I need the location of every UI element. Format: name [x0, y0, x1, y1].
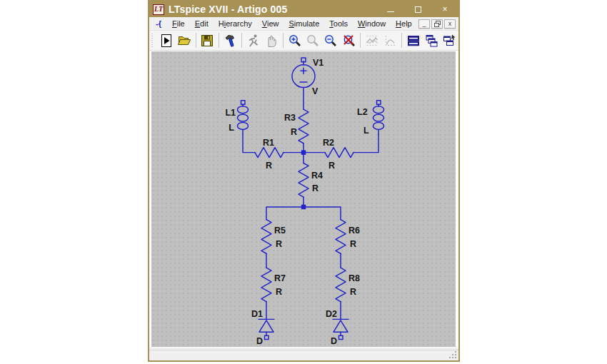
minimize-button[interactable]	[377, 1, 404, 17]
toolbar-separator	[401, 33, 402, 48]
menu-window[interactable]: Window	[353, 18, 391, 29]
toolbar	[149, 31, 458, 51]
label-R1-name[interactable]: R1	[263, 138, 274, 148]
label-D1-name[interactable]: D1	[251, 309, 263, 319]
open-button[interactable]	[175, 31, 193, 49]
label-R3-name[interactable]: R3	[284, 113, 296, 123]
toolbar-separator	[241, 33, 242, 48]
label-R5-value[interactable]: R	[276, 239, 282, 249]
label-R2-name[interactable]: R2	[323, 138, 334, 148]
label-R3-value[interactable]: R	[291, 127, 297, 137]
zoom-out-button[interactable]	[322, 31, 340, 49]
menu-file[interactable]: File	[167, 18, 190, 29]
zoom-back-button[interactable]	[304, 31, 321, 49]
menu-simulate[interactable]: Simulate	[284, 18, 324, 29]
component-R6[interactable]	[336, 220, 346, 254]
label-R8-name[interactable]: R8	[348, 273, 360, 283]
zoom-full-extents-icon	[342, 34, 356, 48]
plot-settings-icon	[383, 34, 397, 48]
zoom-back-icon	[306, 34, 320, 48]
tile-windows-button[interactable]	[404, 31, 422, 49]
zoom-in-button[interactable]	[286, 31, 304, 49]
save-button[interactable]	[199, 31, 216, 49]
save-icon	[200, 34, 214, 48]
component-R3[interactable]	[299, 109, 308, 143]
menu-hierarchy[interactable]: Hierarchy	[214, 18, 257, 29]
select-window-icon	[442, 34, 456, 48]
label-D2-name[interactable]: D2	[326, 309, 337, 319]
zoom-full-extents-button[interactable]	[340, 31, 358, 49]
component-R5[interactable]	[261, 220, 271, 254]
open-folder-icon	[177, 34, 191, 48]
autorange-icon	[365, 34, 379, 48]
autorange-button[interactable]	[363, 31, 381, 49]
label-D1-value[interactable]: D	[256, 336, 263, 346]
component-L1[interactable]	[238, 101, 249, 134]
maximize-button[interactable]	[404, 1, 431, 17]
close-icon: ×	[442, 4, 447, 14]
pan-button[interactable]	[263, 31, 281, 49]
label-R4-value[interactable]: R	[312, 183, 318, 193]
select-window-button[interactable]	[441, 31, 458, 49]
run-button[interactable]	[157, 31, 175, 49]
zoom-out-icon	[323, 34, 338, 48]
hammer-icon	[224, 34, 238, 48]
menu-help[interactable]: Help	[391, 18, 417, 29]
component-V1[interactable]	[292, 58, 315, 88]
label-V1-value[interactable]: V	[312, 86, 318, 96]
menu-view[interactable]: View	[257, 18, 284, 29]
hand-icon	[264, 34, 279, 48]
component-R4[interactable]	[299, 163, 308, 197]
toolbar-separator	[196, 33, 196, 48]
close-button[interactable]: ×	[431, 1, 458, 17]
component-L2[interactable]	[373, 101, 384, 134]
cascade-windows-icon	[424, 34, 438, 48]
component-R8[interactable]	[336, 268, 346, 302]
halt-button[interactable]	[244, 31, 262, 49]
component-R7[interactable]	[261, 268, 271, 302]
cascade-windows-button[interactable]	[422, 31, 440, 49]
junction-node	[301, 205, 306, 209]
toolbar-separator	[360, 33, 361, 48]
mdi-restore-button[interactable]	[431, 19, 443, 29]
label-D2-value[interactable]: D	[331, 336, 337, 346]
label-R6-value[interactable]: R	[350, 239, 356, 249]
toolbar-grip[interactable]	[151, 34, 155, 48]
running-man-icon	[246, 34, 261, 48]
label-R8-value[interactable]: R	[350, 287, 356, 297]
menu-edit[interactable]: Edit	[190, 18, 214, 29]
ltspice-logo-icon: LT	[153, 4, 164, 15]
junction-node	[301, 150, 306, 154]
label-L2-value[interactable]: L	[363, 126, 369, 136]
label-R7-value[interactable]: R	[276, 287, 282, 297]
component-R2[interactable]	[325, 148, 353, 158]
canvas-wrap: V1 V L1 L L2 L R3 R R1 R R2 R R4 R R5 R	[149, 51, 458, 348]
label-R6-name[interactable]: R6	[348, 226, 360, 236]
mdi-minimize-button[interactable]: _	[418, 19, 430, 29]
control-panel-button[interactable]	[221, 31, 239, 49]
label-R5-name[interactable]: R5	[274, 226, 286, 236]
label-R4-name[interactable]: R4	[311, 171, 323, 181]
zoom-in-icon	[288, 34, 302, 48]
menu-tools[interactable]: Tools	[324, 18, 353, 29]
label-L1-value[interactable]: L	[229, 123, 234, 133]
label-R1-value[interactable]: R	[266, 161, 272, 171]
title-bar[interactable]: LT LTspice XVII - Artigo 005 ×	[149, 1, 458, 17]
label-L2-name[interactable]: L2	[357, 107, 368, 117]
toolbar-separator	[283, 33, 284, 48]
ltspice-window: LT LTspice XVII - Artigo 005 × -{ File E…	[148, 0, 460, 362]
status-bar	[149, 350, 458, 360]
schematic-doc-icon: -{	[153, 19, 164, 29]
resize-grip[interactable]	[455, 357, 456, 358]
schematic-canvas[interactable]: V1 V L1 L L2 L R3 R R1 R R2 R R4 R R5 R	[151, 51, 456, 347]
restore-icon	[434, 21, 441, 27]
label-V1-name[interactable]: V1	[313, 58, 323, 68]
label-R7-name[interactable]: R7	[274, 273, 286, 283]
plot-settings-button[interactable]	[381, 31, 399, 49]
label-R2-value[interactable]: R	[328, 161, 335, 171]
component-R1[interactable]	[255, 148, 284, 158]
run-icon	[159, 34, 174, 48]
maximize-icon	[415, 6, 421, 13]
label-L1-name[interactable]: L1	[225, 108, 236, 118]
mdi-close-button[interactable]: x	[444, 19, 456, 29]
